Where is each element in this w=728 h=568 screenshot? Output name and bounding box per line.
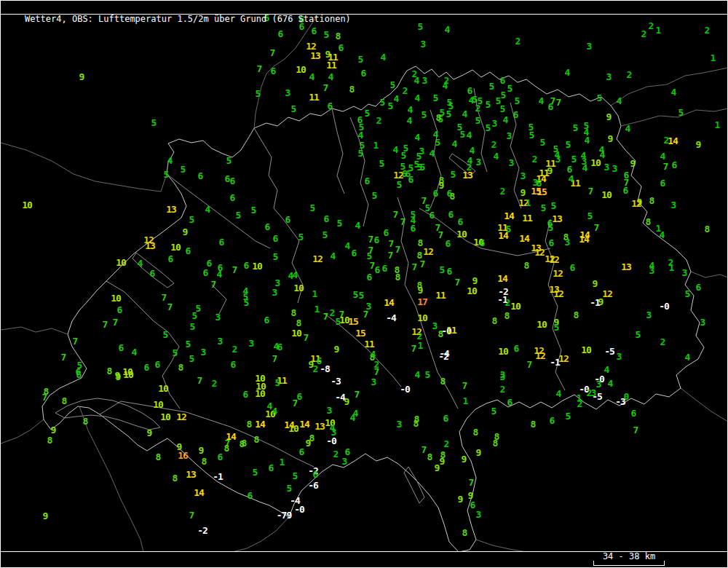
station-temp: 10 bbox=[123, 370, 133, 379]
app-window: Wetter4, OBS: Lufttemperatur 1.5/2m über… bbox=[0, 0, 728, 568]
station-temp: 12 bbox=[312, 254, 323, 264]
station-temp: 5 bbox=[551, 201, 556, 210]
scale-bracket-icon bbox=[593, 561, 665, 566]
station-temp: 5 bbox=[163, 330, 168, 339]
station-temp: 4 bbox=[582, 163, 587, 173]
station-temp: 5 bbox=[310, 203, 315, 213]
station-temp: 5 bbox=[573, 123, 578, 133]
station-temp: 5 bbox=[324, 30, 329, 39]
station-temp: 8 bbox=[107, 366, 112, 376]
station-temp: 4 bbox=[685, 352, 690, 362]
station-temp: 8 bbox=[156, 452, 161, 462]
station-temp: 6 bbox=[203, 268, 208, 277]
station-temp: 8 bbox=[349, 84, 355, 94]
station-temp: 8 bbox=[492, 316, 497, 326]
station-temp: 3 bbox=[612, 164, 617, 173]
station-temp: 2 bbox=[500, 186, 505, 196]
station-temp: 14 bbox=[299, 419, 309, 429]
station-temp: 8 bbox=[438, 329, 443, 339]
station-temp: 7 bbox=[211, 280, 216, 289]
station-temp: 4 bbox=[394, 94, 399, 103]
station-temp: 14 bbox=[579, 234, 589, 244]
station-temp: 5 bbox=[190, 322, 195, 331]
station-temp: 6 bbox=[150, 269, 155, 278]
station-temp: 0 bbox=[624, 392, 629, 401]
station-temp: 7 bbox=[422, 445, 427, 454]
station-temp: 9 bbox=[462, 454, 467, 464]
station-temp: 7 bbox=[293, 398, 298, 408]
station-temp: 14 bbox=[498, 231, 508, 240]
station-temp: 8 bbox=[296, 318, 301, 328]
station-temp: 10 bbox=[22, 200, 32, 210]
station-temp: 14 bbox=[255, 419, 265, 429]
station-temp: 6 bbox=[408, 175, 414, 184]
station-temp: 8 bbox=[336, 31, 341, 41]
station-temp: 2 bbox=[649, 21, 654, 31]
station-temp: 5 bbox=[358, 149, 363, 158]
station-temp: 2 bbox=[641, 29, 646, 39]
station-temp: 6 bbox=[285, 215, 290, 224]
station-temp: 6 bbox=[507, 398, 513, 407]
station-temp: 3 bbox=[555, 154, 561, 164]
station-temp: 7 bbox=[594, 223, 599, 232]
station-temp: 2 bbox=[705, 25, 710, 35]
station-temp: 13 bbox=[552, 214, 562, 224]
station-temp: -0 bbox=[326, 436, 336, 446]
station-temp: 6 bbox=[513, 110, 518, 119]
station-temp: 9 bbox=[440, 457, 445, 466]
station-temp: 5 bbox=[379, 159, 384, 168]
station-temp: 7 bbox=[323, 83, 328, 92]
station-temp: 3 bbox=[249, 339, 254, 348]
station-temp: 7 bbox=[363, 309, 368, 319]
station-temp: 5 bbox=[491, 406, 496, 416]
station-temp: 1 bbox=[418, 341, 423, 350]
station-temp: 3 bbox=[342, 457, 347, 466]
station-temp: 6 bbox=[549, 238, 554, 248]
station-temp: 3 bbox=[521, 171, 526, 181]
station-temp: 4 bbox=[503, 115, 508, 125]
station-temp: 7 bbox=[103, 320, 108, 329]
station-temp: 12 bbox=[423, 247, 433, 256]
station-temp: 7 bbox=[272, 354, 277, 363]
station-temp: 5 bbox=[293, 471, 298, 481]
station-temp: 3 bbox=[671, 200, 676, 210]
station-temp: 7 bbox=[633, 425, 638, 435]
station-temp: -2 bbox=[438, 352, 448, 361]
station-temp: 4 bbox=[414, 76, 419, 85]
station-temp: 4 bbox=[345, 241, 350, 251]
station-temp: 5 bbox=[226, 156, 232, 165]
station-temp: 5 bbox=[451, 170, 456, 179]
station-temp: 5 bbox=[486, 100, 491, 109]
station-temp: 15 bbox=[537, 187, 547, 197]
station-temp: 2 bbox=[444, 439, 449, 449]
station-temp: 5 bbox=[478, 96, 483, 106]
station-temp: 7 bbox=[412, 262, 417, 272]
station-temp: 6 bbox=[446, 239, 451, 248]
station-temp: 4 bbox=[617, 96, 622, 106]
station-temp: 9 bbox=[51, 425, 56, 435]
station-temp: 4 bbox=[625, 124, 630, 133]
station-temp: 8 bbox=[414, 419, 419, 428]
station-temp: 5 bbox=[181, 165, 186, 174]
station-temp: -0 bbox=[294, 505, 304, 514]
station-temp: 7 bbox=[368, 234, 373, 244]
station-temp: 4 bbox=[467, 156, 472, 165]
station-temp: 5 bbox=[500, 104, 505, 114]
station-temp: 3 bbox=[432, 321, 438, 331]
station-temp: 3 bbox=[587, 42, 592, 51]
station-temp: 10 bbox=[291, 328, 301, 338]
station-temp: 3 bbox=[422, 76, 427, 85]
station-temp: 6 bbox=[273, 234, 278, 243]
station-temp: 16 bbox=[178, 451, 188, 460]
station-temp: 12 bbox=[535, 351, 545, 360]
station-temp: 6 bbox=[117, 305, 122, 315]
station-temp: 5 bbox=[418, 22, 423, 31]
station-temp: 9 bbox=[334, 344, 339, 354]
station-temp: 7 bbox=[389, 239, 394, 248]
station-temp: 10 bbox=[601, 190, 612, 200]
station-temp: 3 bbox=[285, 88, 290, 98]
station-temp: 11 bbox=[326, 60, 336, 70]
station-temp: 5 bbox=[173, 348, 178, 358]
station-temp: 4 bbox=[331, 251, 336, 261]
station-temp: -8 bbox=[320, 364, 330, 374]
